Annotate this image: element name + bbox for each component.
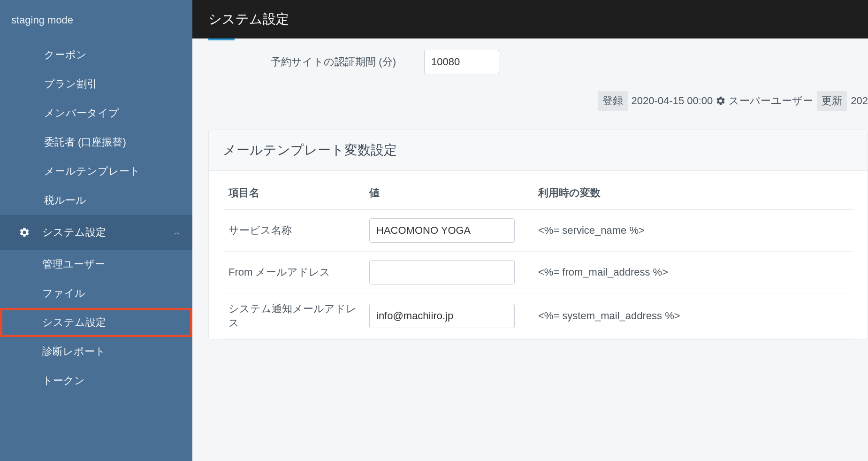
sidebar: staging mode クーポン プラン割引 メンバータイプ 委託者 (口座振… (0, 0, 192, 461)
row-name: システム通知メールアドレス (223, 293, 364, 339)
sidebar-subitem-files[interactable]: ファイル (0, 279, 192, 308)
sidebar-section-label: システム設定 (42, 225, 174, 239)
row-name: From メールアドレス (223, 252, 364, 293)
card-heading: メールテンプレート変数設定 (209, 130, 868, 171)
main: システム設定 予約サイトの認証期間 (分) 登録 2020-04-15 00:0… (192, 0, 868, 461)
sidebar-section-system-settings[interactable]: システム設定 ︿ (0, 215, 192, 250)
col-header-value: 値 (364, 176, 533, 210)
created-at: 2020-04-15 00:00 (632, 95, 713, 107)
sidebar-item-member-type[interactable]: メンバータイプ (0, 99, 192, 128)
gear-icon (716, 96, 726, 106)
sidebar-item-mail-template[interactable]: メールテンプレート (0, 157, 192, 186)
sidebar-item-trustee[interactable]: 委託者 (口座振替) (0, 128, 192, 157)
from-mail-input[interactable] (369, 260, 515, 284)
auth-period-label: 予約サイトの認証期間 (分) (208, 55, 424, 69)
auth-period-row: 予約サイトの認証期間 (分) (208, 44, 868, 80)
page-title: システム設定 (208, 10, 289, 28)
mail-template-card: メールテンプレート変数設定 項目名 値 利用時の変数 サービス名 (208, 130, 868, 339)
row-variable: <%= from_mail_address %> (533, 252, 853, 293)
chevron-up-icon: ︿ (174, 228, 181, 238)
row-name: サービス名称 (223, 210, 364, 252)
table-row: From メールアドレス <%= from_mail_address %> (223, 252, 853, 293)
progress-indicator (208, 38, 235, 40)
gear-icon (19, 227, 30, 238)
col-header-name: 項目名 (223, 176, 364, 210)
sidebar-subitem-token[interactable]: トークン (0, 366, 192, 395)
row-variable: <%= system_mail_address %> (533, 293, 853, 339)
content: 予約サイトの認証期間 (分) 登録 2020-04-15 00:00 スーパーユ… (192, 38, 868, 461)
updated-at: 202 (851, 95, 868, 107)
table-row: システム通知メールアドレス <%= system_mail_address %> (223, 293, 853, 339)
created-by: スーパーユーザー (729, 94, 813, 108)
system-mail-input[interactable] (369, 304, 515, 328)
sidebar-subitem-diagnostic-report[interactable]: 診断レポート (0, 337, 192, 366)
audit-bar: 登録 2020-04-15 00:00 スーパーユーザー 更新 202 (208, 91, 868, 111)
titlebar: システム設定 (192, 0, 868, 38)
sidebar-item-tax-rules[interactable]: 税ルール (0, 186, 192, 215)
row-variable: <%= service_name %> (533, 210, 853, 252)
created-badge: 登録 (598, 91, 628, 111)
sidebar-item-plan-discount[interactable]: プラン割引 (0, 69, 192, 99)
variables-table: 項目名 値 利用時の変数 サービス名称 <%= service_name %> (223, 176, 853, 339)
updated-badge: 更新 (817, 91, 847, 111)
col-header-variable: 利用時の変数 (533, 176, 853, 210)
brand-label: staging mode (0, 0, 192, 40)
sidebar-item-coupon[interactable]: クーポン (0, 40, 192, 69)
sidebar-subitem-admin-users[interactable]: 管理ユーザー (0, 250, 192, 279)
table-row: サービス名称 <%= service_name %> (223, 210, 853, 252)
sidebar-subitem-system-settings[interactable]: システム設定 (0, 308, 192, 337)
service-name-input[interactable] (369, 218, 515, 243)
auth-period-input[interactable] (424, 50, 499, 74)
